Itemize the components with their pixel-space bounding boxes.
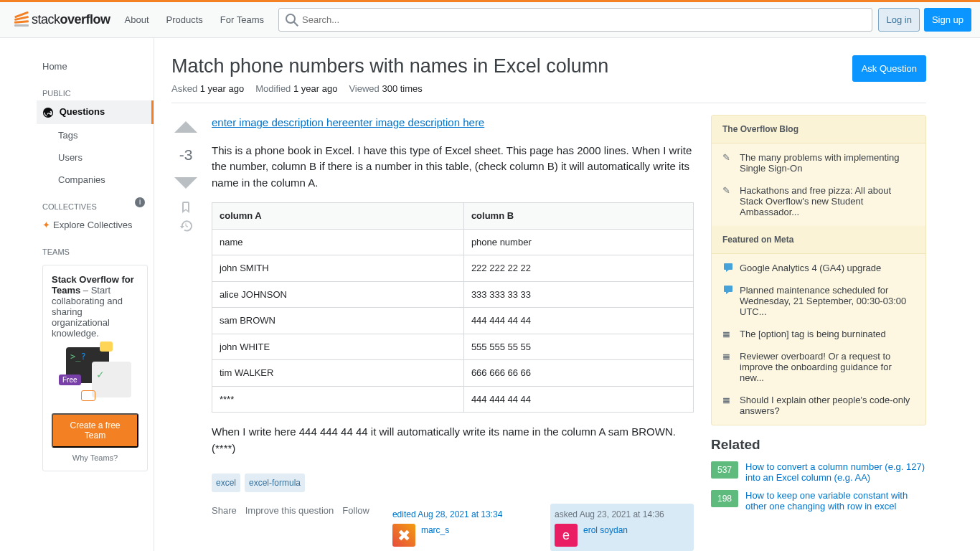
tag[interactable]: excel: [212, 474, 240, 492]
sidebar-questions[interactable]: Questions: [37, 100, 154, 124]
share-link[interactable]: Share: [212, 504, 237, 518]
table-row: john SMITH222 222 22 22: [212, 255, 694, 282]
sidebar-users[interactable]: Users: [37, 146, 154, 169]
search-input[interactable]: [278, 8, 872, 32]
sidebar-tags[interactable]: Tags: [37, 124, 154, 146]
meta-heading: Featured on Meta: [712, 226, 925, 254]
question-title: Match phone numbers with names in Excel …: [171, 55, 608, 77]
table-row: ****444 444 44 44: [212, 386, 694, 413]
teams-illustration: >_? Free ✓: [52, 347, 138, 405]
related-item[interactable]: 198 How to keep one variable constant wi…: [711, 490, 926, 512]
left-sidebar: Home PUBLIC Questions Tags Users Compani…: [37, 38, 154, 551]
body-para-2: When I write here 444 444 44 44 it will …: [212, 424, 694, 456]
ask-question-button[interactable]: Ask Question: [852, 55, 926, 82]
upvote-button[interactable]: [173, 115, 199, 141]
globe-icon: [42, 107, 54, 118]
related-item[interactable]: 537 How to convert a column number (e.g.…: [711, 461, 926, 483]
table-row: john WHITE555 555 55 55: [212, 334, 694, 360]
speech-icon: [722, 285, 734, 295]
author-card: asked Aug 23, 2021 at 14:36 e erol soyda…: [550, 504, 694, 551]
tag[interactable]: excel-formula: [245, 474, 305, 492]
teams-promo-box: Stack Overflow for Teams – Start collabo…: [42, 265, 148, 471]
search-icon: [286, 14, 298, 27]
meta-stack-icon: ≣: [722, 395, 734, 416]
meta-item[interactable]: Google Analytics 4 (GA4) upgrade: [712, 257, 925, 279]
nav-about[interactable]: About: [116, 2, 158, 38]
table-row: sam BROWN444 444 44 44: [212, 308, 694, 334]
author-avatar[interactable]: e: [555, 524, 578, 547]
bookmark-button[interactable]: [179, 201, 192, 214]
nav-products[interactable]: Products: [158, 2, 212, 38]
table-row: alice JOHNSON333 333 33 33: [212, 281, 694, 308]
tags-list: excel excel-formula: [212, 474, 694, 492]
pencil-icon: ✎: [722, 152, 734, 174]
speech-icon: [722, 263, 734, 273]
table-row: tim WALKER666 666 66 66: [212, 360, 694, 387]
follow-link[interactable]: Follow: [342, 504, 369, 518]
table-row: namephone number: [212, 229, 694, 255]
main-content: Match phone numbers with names in Excel …: [154, 38, 943, 551]
editor-name[interactable]: marc_s: [421, 524, 449, 537]
info-icon[interactable]: i: [135, 197, 145, 207]
search-container: [278, 8, 872, 32]
asked-timestamp: asked Aug 23, 2021 at 14:36: [555, 508, 689, 521]
related-link[interactable]: How to keep one variable constant with o…: [745, 490, 926, 512]
action-links: Share Improve this question Follow: [212, 504, 369, 518]
question-header: Match phone numbers with names in Excel …: [171, 55, 926, 83]
main-header: stackoverflow About Products For Teams L…: [0, 2, 980, 38]
edited-timestamp[interactable]: edited Aug 28, 2021 at 13:34: [392, 508, 527, 521]
related-score: 537: [711, 461, 738, 479]
table-header: column A: [212, 203, 464, 230]
history-button[interactable]: [179, 220, 192, 232]
teams-promo-text: Stack Overflow for Teams – Start collabo…: [52, 274, 138, 339]
meta-item[interactable]: ≣ The [option] tag is being burninated: [712, 323, 925, 345]
related-score: 198: [711, 490, 738, 507]
star-icon: ✦: [42, 220, 50, 230]
logo-text: stackoverflow: [32, 12, 110, 27]
logo-icon: [14, 13, 29, 27]
table-header: column B: [463, 203, 693, 230]
auth-buttons: Log in Sign up: [878, 8, 971, 32]
create-team-button[interactable]: Create a free Team: [52, 413, 138, 448]
related-link[interactable]: How to convert a column number (e.g. 127…: [745, 461, 926, 483]
login-button[interactable]: Log in: [878, 8, 919, 32]
post-body: enter image description hereenter image …: [212, 115, 694, 551]
meta-item[interactable]: ≣ Reviewer overboard! Or a request to im…: [712, 345, 925, 389]
sidebar-home[interactable]: Home: [37, 55, 154, 77]
sidebar-companies[interactable]: Companies: [37, 169, 154, 191]
header-nav: About Products For Teams: [116, 2, 273, 38]
post-actions: Share Improve this question Follow edite…: [212, 504, 694, 551]
right-sidebar: The Overflow Blog ✎ The many problems wi…: [711, 115, 926, 551]
sidebar-explore-collectives[interactable]: ✦Explore Collectives: [37, 214, 154, 236]
downvote-button[interactable]: [173, 169, 199, 195]
sidebar-teams-heading: TEAMS: [37, 236, 154, 259]
sidebar-public-heading: PUBLIC: [37, 77, 154, 100]
meta-stack-icon: ≣: [722, 329, 734, 339]
nav-for-teams[interactable]: For Teams: [212, 2, 273, 38]
data-table: column A column B namephone number john …: [212, 202, 694, 413]
meta-item[interactable]: Planned maintenance scheduled for Wednes…: [712, 279, 925, 323]
image-link[interactable]: enter image description hereenter image …: [212, 116, 484, 128]
blog-item[interactable]: ✎ The many problems with implementing Si…: [712, 146, 925, 179]
meta-stack-icon: ≣: [722, 351, 734, 383]
pencil-icon: ✎: [722, 185, 734, 217]
vote-cell: -3: [171, 115, 200, 551]
post-layout: -3 enter image description hereenter ima…: [171, 115, 694, 551]
vote-count: -3: [179, 146, 193, 164]
question-meta: Asked 1 year ago Modified 1 year ago Vie…: [171, 83, 926, 103]
editor-avatar[interactable]: ✖: [392, 524, 415, 547]
meta-item[interactable]: ≣ Should I explain other people's code-o…: [712, 389, 925, 422]
blog-item[interactable]: ✎ Hackathons and free pizza: All about S…: [712, 179, 925, 223]
sidebar-collectives-heading: COLLECTIVES: [37, 191, 97, 214]
logo[interactable]: stackoverflow: [9, 2, 116, 37]
overflow-blog-box: The Overflow Blog ✎ The many problems wi…: [711, 115, 926, 425]
author-name[interactable]: erol soydan: [583, 524, 628, 537]
why-teams-link[interactable]: Why Teams?: [52, 453, 138, 462]
body-para-1: This is a phone book in Excel. I have th…: [212, 143, 694, 192]
related-heading: Related: [711, 437, 926, 453]
editor-card: edited Aug 28, 2021 at 13:34 ✖ marc_s: [388, 504, 532, 551]
improve-link[interactable]: Improve this question: [245, 504, 334, 518]
signup-button[interactable]: Sign up: [924, 8, 971, 32]
blog-heading: The Overflow Blog: [712, 116, 925, 143]
